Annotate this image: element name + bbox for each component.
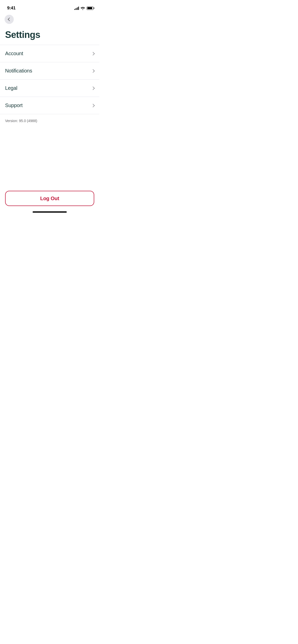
home-indicator bbox=[33, 211, 67, 213]
page-title: Settings bbox=[5, 30, 99, 40]
back-button[interactable] bbox=[5, 15, 14, 24]
settings-item-label-notifications: Notifications bbox=[5, 68, 32, 74]
back-chevron-icon bbox=[8, 18, 11, 21]
logout-button[interactable]: Log Out bbox=[5, 191, 94, 206]
settings-list: Account Notifications Legal Support bbox=[0, 45, 99, 114]
logout-button-container: Log Out bbox=[5, 191, 94, 206]
wifi-icon bbox=[80, 7, 85, 10]
battery-icon bbox=[87, 7, 94, 10]
settings-item-label-support: Support bbox=[5, 103, 23, 108]
status-icons bbox=[74, 6, 94, 10]
status-time: 9:41 bbox=[7, 6, 16, 11]
status-bar: 9:41 bbox=[0, 0, 99, 13]
version-text: Version: 95.0 (4988) bbox=[5, 119, 99, 123]
settings-item-support[interactable]: Support bbox=[0, 97, 99, 114]
chevron-right-icon bbox=[91, 86, 95, 90]
chevron-right-icon bbox=[91, 104, 95, 107]
signal-icon bbox=[74, 6, 79, 10]
settings-item-legal[interactable]: Legal bbox=[0, 80, 99, 97]
settings-item-account[interactable]: Account bbox=[0, 45, 99, 62]
settings-item-label-account: Account bbox=[5, 51, 23, 56]
chevron-right-icon bbox=[91, 69, 95, 72]
settings-item-label-legal: Legal bbox=[5, 85, 17, 91]
chevron-right-icon bbox=[91, 52, 95, 55]
settings-item-notifications[interactable]: Notifications bbox=[0, 62, 99, 80]
